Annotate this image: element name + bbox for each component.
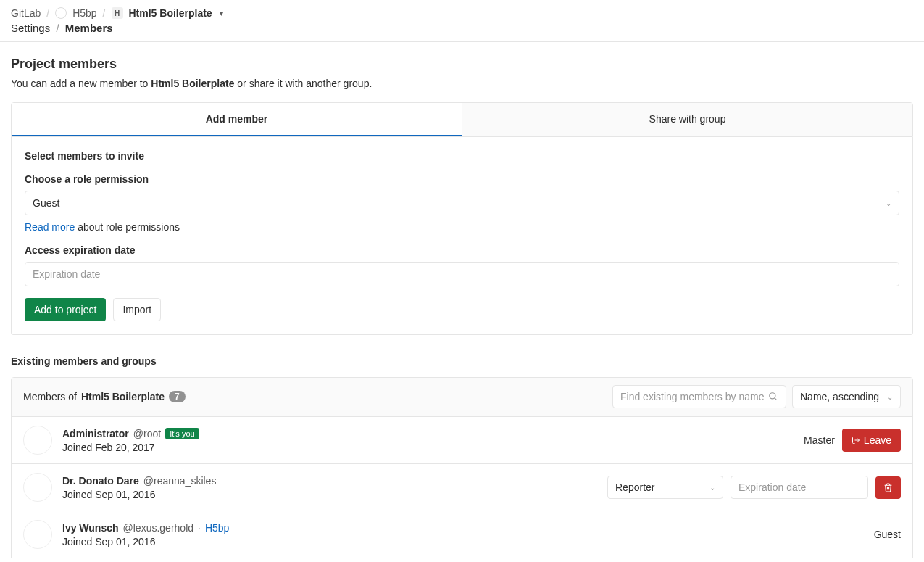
member-info: Dr. Donato Dare @reanna_skiles Joined Se… (62, 475, 597, 500)
breadcrumb-members: Members (65, 22, 113, 34)
member-handle: @lexus.gerhold (123, 522, 194, 534)
member-row: Dr. Donato Dare @reanna_skiles Joined Se… (12, 463, 912, 511)
sort-value: Name, ascending (800, 391, 879, 402)
members-of-pre: Members of (23, 391, 77, 402)
role-permission-select[interactable]: Guest ⌄ (25, 191, 899, 215)
role-permission-label: Choose a role permission (25, 173, 899, 185)
leave-label: Leave (864, 434, 891, 446)
subtitle-post: or share it with another group. (234, 78, 372, 89)
member-joined: Joined Feb 20, 2017 (62, 442, 794, 453)
members-controls: Find existing members by name Name, asce… (612, 385, 901, 408)
member-handle: @reanna_skiles (143, 475, 217, 487)
project-avatar-icon: H (112, 7, 123, 19)
role-permission-value: Guest (33, 197, 59, 209)
members-of-project: Html5 Boilerplate (81, 391, 165, 402)
avatar[interactable] (23, 520, 52, 549)
search-icon (768, 392, 778, 402)
tab-share-with-group[interactable]: Share with group (462, 103, 912, 136)
existing-heading: Existing members and groups (11, 355, 913, 367)
page-title: Project members (11, 57, 913, 72)
breadcrumb-sep: / (103, 7, 106, 19)
tab-add-member[interactable]: Add member (12, 103, 462, 136)
avatar[interactable] (23, 426, 52, 455)
members-count-label: Members of Html5 Boilerplate 7 (23, 391, 186, 402)
project-avatar-initial: H (115, 9, 120, 17)
member-expiration-input[interactable]: Expiration date (731, 476, 868, 499)
member-handle: @root (133, 428, 161, 439)
via-sep: · (198, 522, 201, 534)
search-placeholder: Find existing members by name (620, 391, 764, 402)
form-buttons: Add to project Import (25, 298, 899, 321)
sign-out-icon (852, 436, 860, 445)
breadcrumb-settings[interactable]: Settings (11, 22, 50, 34)
member-actions: Guest (874, 529, 901, 540)
member-joined: Joined Sep 01, 2016 (62, 536, 864, 547)
import-button[interactable]: Import (113, 298, 161, 321)
member-actions: Master Leave (804, 429, 901, 452)
remove-member-button[interactable] (875, 476, 901, 499)
chevron-down-icon: ⌄ (709, 484, 715, 492)
select-members-label: Select members to invite (25, 150, 899, 162)
members-count-badge: 7 (169, 391, 186, 402)
member-joined: Joined Sep 01, 2016 (62, 489, 597, 500)
breadcrumb-sep: / (56, 22, 59, 34)
tabs: Add member Share with group (11, 102, 913, 137)
expiration-date-input[interactable]: Expiration date (25, 262, 899, 286)
page-subtitle: You can add a new member to Html5 Boiler… (11, 78, 913, 89)
role-permission-hint: Read more about role permissions (25, 221, 899, 233)
breadcrumbs: GitLab / H5bp / H Html5 Boilerplate ▾ (11, 7, 913, 19)
chevron-down-icon: ⌄ (887, 393, 893, 401)
role-select-value: Reporter (615, 482, 654, 493)
sub-breadcrumbs: Settings / Members (11, 22, 913, 34)
svg-line-1 (775, 398, 777, 400)
breadcrumb-project[interactable]: Html5 Boilerplate (129, 7, 212, 19)
member-row: Administrator @root It's you Joined Feb … (12, 416, 912, 463)
members-header: Members of Html5 Boilerplate 7 Find exis… (12, 378, 912, 416)
member-role-select[interactable]: Reporter ⌄ (607, 476, 723, 499)
breadcrumb-root[interactable]: GitLab (11, 7, 41, 19)
avatar[interactable] (23, 473, 52, 502)
divider (0, 41, 924, 42)
its-you-badge: It's you (165, 428, 199, 439)
member-info: Ivy Wunsch @lexus.gerhold · H5bp Joined … (62, 522, 864, 547)
members-panel: Members of Html5 Boilerplate 7 Find exis… (11, 377, 913, 558)
member-row: Ivy Wunsch @lexus.gerhold · H5bp Joined … (12, 511, 912, 558)
chevron-down-icon[interactable]: ▾ (220, 9, 223, 17)
find-members-input[interactable]: Find existing members by name (612, 385, 786, 408)
member-name[interactable]: Administrator (62, 428, 129, 439)
read-more-link[interactable]: Read more (25, 221, 75, 233)
breadcrumb-sep: / (46, 7, 49, 19)
member-info: Administrator @root It's you Joined Feb … (62, 428, 794, 453)
member-role: Guest (874, 529, 901, 540)
group-avatar-icon (55, 7, 67, 19)
expiration-placeholder: Expiration date (33, 268, 100, 280)
svg-point-0 (770, 393, 775, 399)
trash-icon (883, 483, 893, 492)
subtitle-pre: You can add a new member to (11, 78, 151, 89)
leave-button[interactable]: Leave (842, 429, 901, 452)
breadcrumb-group[interactable]: H5bp (72, 7, 96, 19)
member-actions: Reporter ⌄ Expiration date (607, 476, 901, 499)
via-group-link[interactable]: H5bp (205, 522, 229, 534)
add-member-panel: Select members to invite Choose a role p… (11, 137, 913, 335)
chevron-down-icon: ⌄ (886, 199, 891, 207)
member-name[interactable]: Dr. Donato Dare (62, 475, 139, 487)
member-role: Master (804, 434, 835, 446)
member-name[interactable]: Ivy Wunsch (62, 522, 119, 534)
sort-select[interactable]: Name, ascending ⌄ (792, 385, 901, 408)
hint-rest: about role permissions (75, 221, 180, 233)
expiration-label: Access expiration date (25, 244, 899, 256)
add-to-project-button[interactable]: Add to project (25, 298, 106, 321)
subtitle-project: Html5 Boilerplate (151, 78, 234, 89)
